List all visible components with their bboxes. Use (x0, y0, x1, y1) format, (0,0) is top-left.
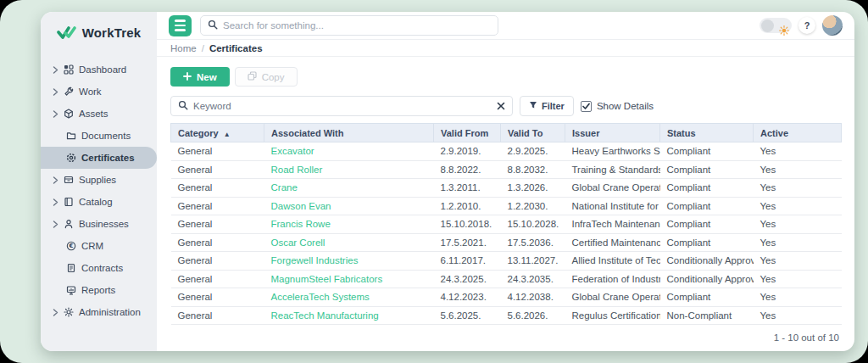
sidebar-item-label: CRM (81, 241, 103, 251)
funnel-icon (529, 101, 537, 111)
sidebar-item-label: Businesses (79, 219, 129, 229)
cell-valid_to: 15.10.2028. (501, 215, 565, 234)
show-details-checkbox[interactable]: Show Details (581, 101, 654, 112)
sidebar-item-certificates[interactable]: Certificates (41, 147, 157, 169)
new-button[interactable]: New (170, 67, 230, 87)
sidebar-item-label: Catalog (79, 197, 113, 207)
chevron-right-icon (53, 110, 58, 118)
cell-valid_from: 2.9.2019. (434, 142, 501, 161)
reports-chart-icon (66, 285, 76, 295)
associated-with-link[interactable]: Road Roller (271, 165, 323, 175)
chevron-right-icon (53, 221, 58, 228)
cell-status: Compliant (660, 160, 754, 179)
sidebar-item-label: Assets (79, 109, 108, 119)
sidebar: WorkTrek DashboardWorkAssetsDocumentsCer… (41, 12, 157, 351)
table-row[interactable]: GeneralAcceleraTech Systems4.12.2023.4.1… (171, 288, 842, 307)
keyword-input[interactable] (193, 101, 492, 111)
table-row[interactable]: GeneralRoad Roller8.8.2022.8.8.2032.Trai… (171, 160, 842, 179)
column-header-category[interactable]: Category ▲ (171, 124, 264, 142)
table-row[interactable]: GeneralCrane1.3.2011.1.3.2026.Global Cra… (171, 179, 842, 198)
sidebar-item-documents[interactable]: Documents (41, 125, 157, 147)
associated-with-link[interactable]: Crane (271, 182, 298, 193)
associated-with-link[interactable]: AcceleraTech Systems (271, 292, 370, 302)
cell-status: Non-Compliant (660, 306, 754, 325)
associated-with-link[interactable]: MagnumSteel Fabricators (271, 274, 383, 284)
copy-button[interactable]: Copy (235, 67, 298, 87)
copy-icon (248, 71, 257, 82)
help-button[interactable]: ? (798, 17, 815, 34)
sidebar-item-reports[interactable]: Reports (41, 279, 157, 301)
cell-associated_with: Road Roller (264, 160, 434, 179)
search-icon (178, 98, 188, 114)
toggle-knob (761, 20, 774, 32)
new-button-label: New (197, 72, 217, 82)
table-row[interactable]: GeneralMagnumSteel Fabricators24.3.2025.… (171, 270, 842, 288)
associated-with-link[interactable]: Oscar Corell (271, 237, 326, 248)
associated-with-link[interactable]: Forgewell Industries (271, 255, 359, 265)
cell-valid_from: 17.5.2021. (434, 233, 501, 252)
cell-active: Yes (754, 215, 842, 234)
column-header-valid_to[interactable]: Valid To (501, 124, 565, 142)
filter-button[interactable]: Filter (520, 96, 574, 116)
cell-associated_with: Excavator (264, 142, 434, 161)
cell-status: Compliant (660, 233, 754, 252)
sidebar-nav: DashboardWorkAssetsDocumentsCertificates… (41, 59, 157, 323)
global-search[interactable] (200, 15, 498, 36)
sort-asc-icon: ▲ (224, 131, 231, 138)
sidebar-item-work[interactable]: Work (41, 81, 157, 103)
table-row[interactable]: GeneralForgewell Industries6.11.2017.13.… (171, 252, 842, 271)
associated-with-link[interactable]: Excavator (271, 146, 314, 156)
filter-row: Filter Show Details (170, 96, 841, 116)
app-window: WorkTrek DashboardWorkAssetsDocumentsCer… (41, 12, 854, 351)
column-header-issuer[interactable]: Issuer (565, 124, 660, 142)
cell-category: General (171, 179, 264, 198)
certificate-seal-icon (66, 153, 76, 163)
associated-with-link[interactable]: Francis Rowe (271, 219, 331, 229)
sidebar-item-contracts[interactable]: Contracts (41, 257, 157, 279)
breadcrumb-home[interactable]: Home (170, 43, 197, 53)
table-row[interactable]: GeneralFrancis Rowe15.10.2018.15.10.2028… (171, 215, 842, 234)
sidebar-item-crm[interactable]: €CRM (41, 235, 157, 257)
businesses-person-icon (64, 219, 74, 229)
sidebar-item-supplies[interactable]: Supplies (41, 169, 157, 191)
table-row[interactable]: GeneralOscar Corell17.5.2021.17.5.2036.C… (171, 233, 842, 252)
column-header-valid_from[interactable]: Valid From (434, 124, 501, 142)
column-header-status[interactable]: Status (660, 124, 754, 142)
supplies-box-icon (64, 175, 74, 185)
theme-toggle[interactable] (760, 18, 792, 33)
table-row[interactable]: GeneralReacTech Manufacturing5.6.2025.5.… (171, 306, 842, 325)
sidebar-item-label: Supplies (79, 175, 116, 185)
clear-icon[interactable] (497, 102, 505, 110)
cell-issuer: Regulus Certification &... (565, 306, 660, 325)
cell-issuer: Federation of Industria... (565, 270, 660, 288)
cell-active: Yes (754, 252, 842, 271)
sidebar-item-administration[interactable]: Administration (41, 301, 157, 323)
column-header-associated_with[interactable]: Associated With (264, 124, 434, 142)
plus-icon (183, 72, 192, 82)
sidebar-item-businesses[interactable]: Businesses (41, 213, 157, 235)
column-header-active[interactable]: Active (754, 124, 842, 142)
sidebar-item-dashboard[interactable]: Dashboard (41, 59, 157, 81)
global-search-input[interactable] (223, 20, 491, 31)
associated-with-link[interactable]: ReacTech Manufacturing (271, 310, 379, 321)
sidebar-item-label: Work (79, 87, 102, 97)
keyword-search[interactable] (170, 96, 513, 116)
cell-active: Yes (754, 270, 842, 288)
checkbox[interactable] (581, 101, 592, 112)
cell-valid_from: 15.10.2018. (434, 215, 501, 234)
pagination: 1 - 10 out of 10 (172, 332, 839, 343)
table-row[interactable]: GeneralExcavator2.9.2019.2.9.2025.Heavy … (171, 142, 842, 161)
menu-button[interactable] (169, 15, 192, 36)
cell-active: Yes (754, 233, 842, 252)
chevron-right-icon (53, 198, 58, 206)
associated-with-link[interactable]: Dawson Evan (271, 201, 331, 211)
avatar[interactable] (822, 15, 843, 36)
sidebar-item-catalog[interactable]: Catalog (41, 191, 157, 213)
breadcrumb: Home / Certificates (157, 40, 854, 57)
cell-valid_from: 24.3.2025. (434, 270, 501, 288)
sidebar-item-assets[interactable]: Assets (41, 103, 157, 125)
table-row[interactable]: GeneralDawson Evan1.2.2010.1.2.2030.Nati… (171, 197, 842, 215)
table-body: GeneralExcavator2.9.2019.2.9.2025.Heavy … (171, 142, 842, 325)
cell-active: Yes (754, 142, 842, 161)
cell-category: General (171, 288, 264, 307)
